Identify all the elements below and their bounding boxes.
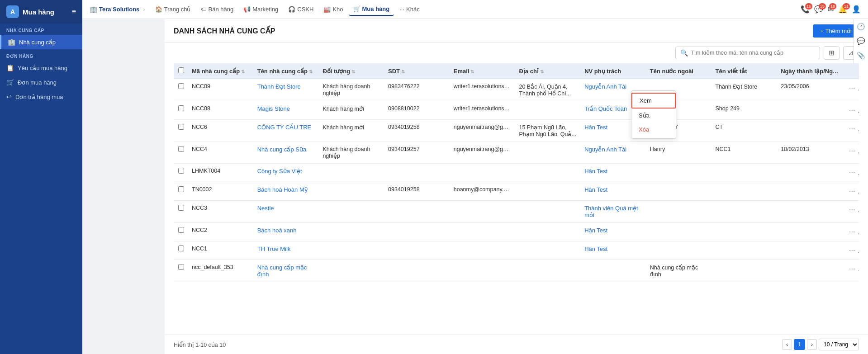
- row-action-btn-9[interactable]: ···: [846, 264, 858, 274]
- row-action-btn-5[interactable]: ···: [846, 186, 858, 196]
- add-new-button[interactable]: + Thêm mới: [813, 24, 859, 38]
- link-ten-9[interactable]: Nhà cung cấp mặc định: [257, 264, 307, 278]
- search-input[interactable]: [691, 50, 815, 56]
- row-check-6[interactable]: [178, 205, 184, 211]
- page-1-button[interactable]: 1: [794, 339, 805, 350]
- cell-nv-8[interactable]: Hân Test: [581, 241, 646, 260]
- cell-action-0[interactable]: ···: [843, 79, 859, 101]
- sidebar-item-yeu-cau-mua-hang[interactable]: 📋Yêu cầu mua hàng: [0, 61, 82, 75]
- col-header-ma[interactable]: Mã nhà cung cấp⇅: [188, 63, 254, 79]
- cell-action-6[interactable]: ···: [843, 201, 859, 223]
- link-ten-3[interactable]: Nhà cung cấp Sữa: [257, 146, 307, 153]
- cell-action-3[interactable]: ···: [843, 142, 859, 164]
- row-check-4[interactable]: [178, 168, 184, 174]
- link-nv-4[interactable]: Hân Test: [584, 168, 607, 175]
- row-action-btn-6[interactable]: ···: [846, 205, 858, 215]
- cell-nv-7[interactable]: Hân Test: [581, 223, 646, 241]
- cell-nv-6[interactable]: Thành viên Quá mệt mỏi: [581, 201, 646, 223]
- page-size-select[interactable]: 10 / Trang 20 / Trang 50 / Trang: [819, 339, 859, 350]
- cell-ten-2[interactable]: CÔNG TY CẦU TRE: [254, 120, 319, 142]
- nav-icon-mail[interactable]: ✉18: [828, 5, 834, 14]
- row-action-btn-2[interactable]: ···: [846, 124, 858, 134]
- link-ten-4[interactable]: Công ty Sữa Việt: [257, 168, 302, 175]
- link-nv-3[interactable]: Nguyễn Anh Tài: [584, 146, 626, 153]
- row-checkbox-4[interactable]: [174, 164, 188, 182]
- link-ten-2[interactable]: CÔNG TY CẦU TRE: [257, 124, 312, 131]
- cell-ten-8[interactable]: TH True Milk: [254, 241, 319, 260]
- nav-link-trang-chu[interactable]: 🏠Trang chủ: [151, 3, 195, 15]
- sidebar-item-nha-cung-cap[interactable]: 🏢Nhà cung cấp: [0, 35, 82, 49]
- cell-nv-3[interactable]: Nguyễn Anh Tài: [581, 142, 646, 164]
- cell-ten-3[interactable]: Nhà cung cấp Sữa: [254, 142, 319, 164]
- cell-ten-1[interactable]: Magis Stone: [254, 101, 319, 120]
- link-ten-8[interactable]: TH True Milk: [257, 245, 291, 252]
- cell-ten-4[interactable]: Công ty Sữa Việt: [254, 164, 319, 182]
- context-menu-item-xoa[interactable]: Xóa: [631, 123, 676, 137]
- nav-link-mua-hang[interactable]: 🛒Mua hàng: [349, 3, 394, 16]
- link-ten-1[interactable]: Magis Stone: [257, 105, 290, 112]
- col-header-sdt[interactable]: SDT⇅: [384, 63, 450, 79]
- row-check-8[interactable]: [178, 245, 184, 251]
- link-ten-6[interactable]: Nestle: [257, 205, 274, 212]
- cell-action-8[interactable]: ···: [843, 241, 859, 260]
- cell-ten-5[interactable]: Bách hoá Hoàn Mỹ: [254, 182, 319, 201]
- cell-nv-5[interactable]: Hân Test: [581, 182, 646, 201]
- context-menu-item-sua[interactable]: Sửa: [631, 109, 676, 123]
- row-action-btn-1[interactable]: ···: [846, 105, 858, 115]
- cell-ten-9[interactable]: Nhà cung cấp mặc định: [254, 260, 319, 282]
- nav-icon-bell[interactable]: 🔔11: [838, 5, 847, 14]
- nav-link-marketing[interactable]: 📢Marketing: [239, 3, 283, 15]
- nav-icon-chat[interactable]: 💬15: [814, 5, 823, 14]
- prev-page-button[interactable]: ‹: [782, 339, 792, 350]
- select-all-checkbox[interactable]: [178, 67, 184, 73]
- cell-action-2[interactable]: ···: [843, 120, 859, 142]
- row-checkbox-5[interactable]: [174, 182, 188, 201]
- link-ten-7[interactable]: Bách hoá xanh: [257, 227, 297, 234]
- link-ten-0[interactable]: Thành Đạt Store: [257, 83, 301, 90]
- right-clock-icon[interactable]: 🕐: [857, 23, 865, 31]
- row-check-1[interactable]: [178, 105, 184, 111]
- cell-action-9[interactable]: ···: [843, 260, 859, 282]
- link-nv-1[interactable]: Trần Quốc Toàn: [584, 105, 627, 112]
- col-header-dc[interactable]: Địa chỉ⇅: [515, 63, 581, 79]
- hamburger-icon[interactable]: ≡: [72, 8, 76, 16]
- link-nv-8[interactable]: Hân Test: [584, 245, 607, 252]
- nav-link-khac[interactable]: ···Khác: [395, 3, 424, 15]
- link-nv-0[interactable]: Nguyễn Anh Tài: [584, 83, 626, 90]
- link-nv-5[interactable]: Hân Test: [584, 186, 607, 193]
- brand-name[interactable]: Tera Solutions: [99, 6, 139, 13]
- row-checkbox-2[interactable]: [174, 120, 188, 142]
- nav-icon-avatar[interactable]: 👤: [852, 5, 861, 14]
- row-checkbox-7[interactable]: [174, 223, 188, 241]
- link-nv-7[interactable]: Hân Test: [584, 227, 607, 234]
- row-checkbox-1[interactable]: [174, 101, 188, 120]
- cell-action-5[interactable]: ···: [843, 182, 859, 201]
- nav-icon-phone[interactable]: 📞16: [801, 5, 810, 14]
- nav-link-ban-hang[interactable]: 🏷Bán hàng: [196, 3, 238, 15]
- row-action-btn-7[interactable]: ···: [846, 227, 858, 237]
- next-page-button[interactable]: ›: [807, 339, 817, 350]
- filter-columns-button[interactable]: ⊞: [824, 46, 840, 60]
- row-action-btn-3[interactable]: ···: [846, 146, 858, 156]
- row-checkbox-9[interactable]: [174, 260, 188, 282]
- col-header-dt[interactable]: Đối tượng⇅: [319, 63, 384, 79]
- cell-ten-6[interactable]: Nestle: [254, 201, 319, 223]
- row-check-3[interactable]: [178, 146, 184, 152]
- sidebar-item-don-mua-hang[interactable]: 🛒Đơn mua hàng: [0, 75, 82, 90]
- row-check-5[interactable]: [178, 186, 184, 192]
- cell-action-7[interactable]: ···: [843, 223, 859, 241]
- link-ten-5[interactable]: Bách hoá Hoàn Mỹ: [257, 186, 308, 193]
- cell-ten-0[interactable]: Thành Đạt Store: [254, 79, 319, 101]
- sidebar-item-don-tra-hang[interactable]: ↩Đơn trả hàng mua: [0, 90, 82, 104]
- row-checkbox-0[interactable]: [174, 79, 188, 101]
- row-action-btn-0[interactable]: ···: [846, 83, 858, 93]
- row-checkbox-3[interactable]: [174, 142, 188, 164]
- row-action-btn-4[interactable]: ···: [846, 168, 858, 178]
- row-checkbox-6[interactable]: [174, 201, 188, 223]
- context-menu-item-xem[interactable]: Xem: [631, 93, 676, 109]
- row-check-2[interactable]: [178, 124, 184, 130]
- col-header-ten[interactable]: Tên nhà cung cấp⇅: [254, 63, 319, 79]
- nav-link-cskh[interactable]: 🎧CSKH: [284, 3, 318, 15]
- cell-action-1[interactable]: ···: [843, 101, 859, 120]
- right-attach-icon[interactable]: 📎: [857, 52, 865, 60]
